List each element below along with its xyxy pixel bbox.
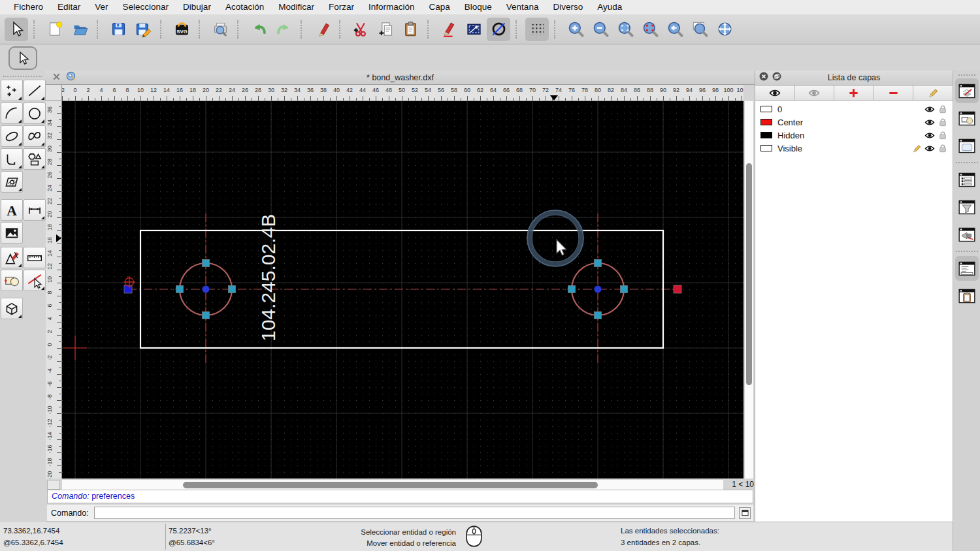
vertical-scrollbar-thumb[interactable] [746,163,752,385]
add-layer-button[interactable] [834,86,874,100]
hide-all-layers-button[interactable] [795,86,835,100]
horizontal-scrollbar-thumb[interactable] [183,482,598,488]
layer-row-3[interactable]: Visible [755,142,953,155]
arc-tool-button[interactable] [1,102,23,124]
edit-layer-button[interactable] [913,86,953,100]
library-browser-dock-button[interactable] [955,133,979,158]
zoom-auto-button[interactable] [613,18,637,41]
draw-order-button[interactable] [437,18,461,41]
menu-diverso[interactable]: Diverso [546,0,590,14]
part-number-label[interactable]: 104.245.02.4B [257,214,279,341]
solid-3d-tool-button[interactable] [1,298,23,319]
circle-center-handle[interactable] [595,286,602,293]
entity-handle[interactable] [674,285,681,293]
menu-dibujar[interactable]: Dibujar [176,0,218,14]
menu-editar[interactable]: Editar [50,0,88,14]
drawing-canvas[interactable]: 104.245.02.4B [62,101,743,479]
layer-row-2[interactable]: Hidden [755,129,953,142]
select-entity-tool-button[interactable] [24,270,46,291]
layer-visibility-eye-icon[interactable] [923,105,936,114]
layer-lock-icon[interactable] [936,104,949,114]
layer-lock-icon[interactable] [936,131,949,140]
image-tool-button[interactable] [1,222,23,244]
document-close-icon[interactable] [52,72,61,84]
entity-handle[interactable] [203,260,210,267]
ellipse-tool-button[interactable] [1,125,23,147]
layer-lock-icon[interactable] [936,144,949,153]
pan-button[interactable] [713,18,736,41]
menu-modificar[interactable]: Modificar [271,0,321,14]
dimension-tool-button[interactable] [24,199,46,221]
show-all-layers-button[interactable] [755,86,795,100]
print-preview-button[interactable] [208,18,232,41]
horizontal-scrollbar[interactable] [62,480,723,490]
command-dock-button[interactable] [955,256,979,281]
zoom-previous-button[interactable] [663,18,687,41]
layer-row-0[interactable]: 0 [755,102,953,116]
palette-handle[interactable] [3,76,42,77]
layer-visibility-eye-icon[interactable] [923,131,936,140]
draft-mode-button[interactable] [487,18,510,41]
zoom-redraw-button[interactable] [638,18,662,41]
copy-button[interactable] [374,18,397,41]
menu-seleccionar[interactable]: Seleccionar [116,0,176,14]
layer-row-1[interactable]: Center [755,116,953,129]
layer-panel-close-icon[interactable] [759,72,768,84]
layer-lock-icon[interactable] [936,118,949,127]
menu-acotacion[interactable]: Acotación [218,0,271,14]
filter-dock-button[interactable] [955,195,979,219]
layer-panel-float-icon[interactable] [772,72,781,84]
circle-tool-button[interactable] [24,102,46,124]
measure-tool-button[interactable] [24,247,46,268]
line-tool-button[interactable] [24,80,46,101]
dock-handle[interactable] [958,74,975,76]
zoom-window-button[interactable] [688,18,711,41]
vertical-scrollbar[interactable] [745,101,753,479]
entity-handle[interactable] [176,286,184,293]
new-file-button[interactable] [43,18,67,41]
redo-button[interactable] [272,18,295,41]
entity-handle[interactable] [621,286,628,293]
delete-entity-button[interactable] [310,18,334,41]
polygon-tool-button[interactable] [24,148,46,170]
entity-list-dock-button[interactable] [955,167,979,192]
spline-tool-button[interactable] [24,125,46,147]
entity-handle[interactable] [568,286,576,293]
menu-ayuda[interactable]: Ayuda [590,0,629,14]
entity-handle[interactable] [229,286,236,293]
inspector-dock-button[interactable] [955,222,979,247]
points-tool-button[interactable] [1,80,23,101]
open-file-button[interactable] [68,18,91,41]
menu-informacion[interactable]: Información [361,0,422,14]
polyline-tool-button[interactable] [1,148,23,170]
hatch-tool-button[interactable] [1,171,23,193]
select-arrow-button[interactable] [5,18,28,41]
menu-forzar[interactable]: Forzar [321,0,361,14]
save-as-button[interactable] [131,18,155,41]
clipboard-dock-button[interactable] [955,283,979,308]
menu-ver[interactable]: Ver [88,0,115,14]
entity-handle[interactable] [203,312,210,319]
layer-visibility-eye-icon[interactable] [923,118,936,127]
cut-button[interactable] [349,18,372,41]
save-button[interactable] [106,18,130,41]
remove-layer-button[interactable] [874,86,914,100]
block-list-dock-button[interactable] [955,106,979,131]
entity-handle[interactable] [595,312,602,319]
undo-button[interactable] [247,18,270,41]
text-tool-button[interactable]: A [1,199,23,221]
export-svg-button[interactable]: SVG [170,18,193,41]
zoom-out-button[interactable] [589,18,612,41]
paste-button[interactable] [399,18,422,41]
menu-bloque[interactable]: Bloque [457,0,499,14]
menu-ventana[interactable]: Ventana [499,0,546,14]
block-edit-tool-button[interactable] [1,270,23,291]
command-dock-button[interactable] [739,507,751,519]
circle-center-handle[interactable] [203,286,210,293]
select-window-button[interactable] [462,18,485,41]
command-input[interactable] [94,507,735,519]
grid-toggle-button[interactable] [525,18,549,41]
modify-tool-button[interactable] [1,247,23,268]
menu-fichero[interactable]: Fichero [7,0,50,14]
select-tool-button[interactable] [8,46,37,70]
